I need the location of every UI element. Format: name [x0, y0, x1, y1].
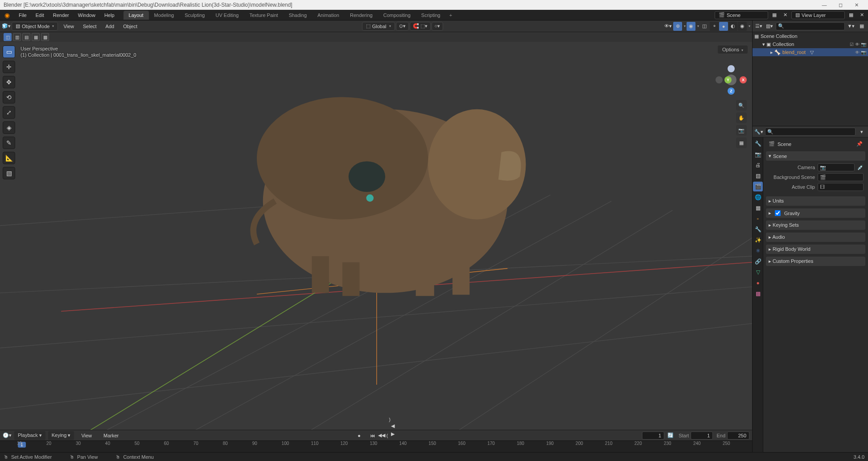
- tab-data[interactable]: ▽: [753, 267, 763, 277]
- outliner-search[interactable]: 🔍: [776, 22, 845, 30]
- pan-icon[interactable]: ✋: [736, 112, 747, 123]
- tab-animation[interactable]: Animation: [312, 11, 345, 20]
- outliner[interactable]: ▦Scene Collection ▾ ▣Collection ☑👁📷 ▸ 🦴b…: [753, 32, 868, 126]
- timeline-track[interactable]: 1 10203040506070809010011012013014015016…: [0, 440, 752, 452]
- solid-shading[interactable]: ●: [719, 22, 728, 31]
- tab-texture[interactable]: ▩: [753, 289, 763, 299]
- menu-help[interactable]: Help: [100, 11, 119, 20]
- view-layer-remove-icon[interactable]: ✕: [857, 11, 866, 20]
- select-extend-icon[interactable]: ▥: [13, 33, 21, 41]
- tab-physics[interactable]: ⚛: [753, 246, 763, 256]
- nav-gizmo[interactable]: X Y Z: [716, 64, 747, 96]
- orientation-dropdown[interactable]: ⬚Global▾: [362, 22, 395, 31]
- outliner-editor-icon[interactable]: ☰▾: [754, 22, 763, 31]
- collection-row[interactable]: ▾ ▣Collection ☑👁📷: [753, 40, 868, 48]
- wireframe-shading[interactable]: ⚬: [710, 22, 719, 31]
- active-clip-field[interactable]: 🎞: [818, 183, 864, 191]
- checkbox-icon[interactable]: ☑: [850, 42, 854, 47]
- gravity-checkbox[interactable]: [775, 210, 781, 216]
- editor-type-icon[interactable]: 🧊▾: [2, 22, 11, 31]
- measure-tool[interactable]: 📐: [3, 152, 15, 164]
- tab-collection[interactable]: ▦: [753, 203, 763, 213]
- tab-uv-editing[interactable]: UV Editing: [210, 11, 244, 20]
- tab-viewlayer[interactable]: ▧: [753, 171, 763, 181]
- tab-world[interactable]: 🌐: [753, 192, 763, 202]
- select-box-icon[interactable]: ◫: [4, 33, 12, 41]
- autokey-toggle[interactable]: ●: [355, 432, 363, 440]
- options-dropdown[interactable]: Options ▾: [718, 46, 748, 54]
- lion-model[interactable]: implies: [253, 97, 526, 296]
- tab-compositing[interactable]: Compositing: [378, 11, 416, 20]
- panel-gravity[interactable]: ▸ Gravity: [766, 208, 865, 218]
- tab-sculpting[interactable]: Sculpting: [179, 11, 210, 20]
- gizmo-toggle[interactable]: ⊕: [673, 22, 682, 31]
- panel-units[interactable]: ▸ Units: [766, 196, 865, 206]
- render-icon[interactable]: 📷: [861, 50, 866, 55]
- proportional-edit-toggle[interactable]: ○▾: [432, 22, 444, 31]
- nav-neg-x[interactable]: [716, 76, 723, 83]
- scene-selector[interactable]: 🎬Scene: [715, 11, 768, 19]
- new-collection-icon[interactable]: ▦: [857, 22, 866, 31]
- snap-toggle[interactable]: 🧲 ⬚▾: [410, 22, 431, 31]
- menu-render[interactable]: Render: [49, 11, 74, 20]
- display-mode-icon[interactable]: ▥▾: [765, 22, 774, 31]
- tab-tool[interactable]: 🔧: [753, 139, 763, 149]
- timeline-editor-icon[interactable]: 🕘▾: [3, 431, 12, 440]
- tab-modeling[interactable]: Modeling: [149, 11, 180, 20]
- view-layer-selector[interactable]: ▧View Layer: [791, 11, 845, 19]
- render-icon[interactable]: 📷: [861, 42, 866, 47]
- perspective-icon[interactable]: ▦: [736, 137, 747, 148]
- filter-icon[interactable]: ▼▾: [847, 22, 856, 31]
- viewport-menu-object[interactable]: Object: [119, 22, 142, 31]
- camera-field[interactable]: 📷: [818, 163, 855, 171]
- maximize-button[interactable]: ◻: [832, 0, 848, 10]
- scale-tool[interactable]: ⤢: [3, 106, 15, 119]
- panel-audio[interactable]: ▸ Audio: [766, 233, 865, 242]
- current-frame-field[interactable]: 1: [642, 432, 664, 440]
- tab-texture-paint[interactable]: Texture Paint: [244, 11, 283, 20]
- 3d-viewport[interactable]: implies User Perspective (1) Collection …: [0, 42, 752, 430]
- add-cube-tool[interactable]: ▧: [3, 167, 15, 179]
- end-frame-field[interactable]: 250: [727, 432, 749, 440]
- transform-tool[interactable]: ◈: [3, 121, 15, 134]
- material-shading[interactable]: ◐: [728, 22, 737, 31]
- play-reverse-icon[interactable]: ◀: [389, 422, 397, 430]
- bg-scene-field[interactable]: 🎬: [818, 173, 864, 181]
- select-tool[interactable]: ▭: [3, 46, 15, 58]
- timeline-view[interactable]: View: [77, 431, 96, 440]
- camera-view-icon[interactable]: 📷: [736, 125, 747, 136]
- xray-toggle[interactable]: ◫: [700, 22, 709, 31]
- select-subtract-icon[interactable]: ▤: [22, 33, 30, 41]
- eyedropper-icon[interactable]: 💉: [857, 165, 864, 170]
- close-button[interactable]: ✕: [848, 0, 864, 10]
- nav-x[interactable]: X: [740, 76, 747, 83]
- properties-editor-icon[interactable]: 🔧▾: [754, 127, 763, 136]
- panel-keying-sets[interactable]: ▸ Keying Sets: [766, 220, 865, 230]
- rendered-shading[interactable]: ◉: [738, 22, 747, 31]
- minimize-button[interactable]: —: [816, 0, 832, 10]
- tab-constraints[interactable]: 🔗: [753, 257, 763, 266]
- scene-remove-icon[interactable]: ✕: [781, 11, 790, 20]
- view-layer-add-icon[interactable]: ▦: [847, 11, 856, 20]
- panel-custom-properties[interactable]: ▸ Custom Properties: [766, 257, 865, 266]
- visibility-dropdown[interactable]: 👁▾: [663, 22, 672, 31]
- nav-y[interactable]: Y: [724, 76, 732, 83]
- cursor-tool[interactable]: ✛: [3, 61, 15, 73]
- panel-scene[interactable]: ▾ Scene: [766, 151, 865, 161]
- zoom-icon[interactable]: 🔍: [736, 100, 747, 111]
- tab-object[interactable]: ▫: [753, 214, 763, 224]
- timeline-keying[interactable]: Keying ▾: [48, 431, 74, 440]
- menu-window[interactable]: Window: [74, 11, 100, 20]
- tab-material[interactable]: ●: [753, 278, 763, 288]
- menu-file[interactable]: File: [14, 11, 31, 20]
- start-frame-field[interactable]: 1: [691, 432, 713, 440]
- overlays-toggle[interactable]: ◉: [687, 22, 695, 31]
- tab-render[interactable]: 📷: [753, 150, 763, 159]
- jump-start-icon[interactable]: ⏮: [369, 432, 377, 440]
- eye-icon[interactable]: 👁: [855, 42, 860, 47]
- rotate-tool[interactable]: ⟲: [3, 91, 15, 104]
- nav-z[interactable]: Z: [728, 87, 735, 95]
- viewport-menu-add[interactable]: Add: [101, 22, 119, 31]
- select-invert-icon[interactable]: ▦: [32, 33, 40, 41]
- select-intersect-icon[interactable]: ▩: [41, 33, 49, 41]
